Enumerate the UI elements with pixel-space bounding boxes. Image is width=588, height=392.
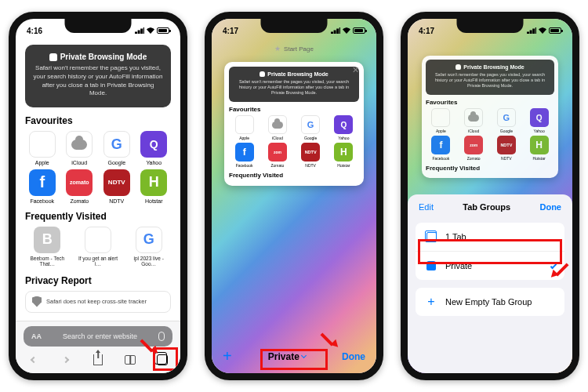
- wifi-icon: [147, 27, 154, 34]
- done-button[interactable]: Done: [539, 202, 561, 212]
- highlight-1tab-row: [418, 239, 562, 264]
- cloud-icon: [71, 140, 87, 150]
- privacy-report-heading: Privacy Report: [25, 275, 171, 286]
- wifi-icon: [343, 27, 350, 34]
- google-icon: G: [143, 231, 154, 248]
- yahoo-icon: Q: [530, 108, 549, 127]
- search-placeholder: Search or enter website: [48, 332, 152, 340]
- highlight-private-selector: [260, 349, 328, 370]
- battery-icon: [549, 27, 561, 34]
- tab-thumbnail-dimmed: Private Browsing Mode Safari won't remem…: [422, 56, 558, 178]
- favourite-facebook[interactable]: fFacebook: [25, 169, 60, 205]
- star-icon: ★: [274, 45, 281, 53]
- hotstar-icon: H: [530, 136, 549, 154]
- highlight-tabs-button: [153, 347, 178, 371]
- banner-description: Safari won't remember the pages you visi…: [33, 64, 163, 98]
- thumbnail-private-banner: Private Browsing Mode Safari won't remem…: [229, 67, 359, 102]
- hotstar-icon: H: [140, 169, 167, 196]
- zomato-icon: zom: [268, 143, 287, 162]
- hand-icon: [260, 71, 265, 77]
- favourite-yahoo[interactable]: QYahoo: [137, 131, 172, 166]
- text-size-icon[interactable]: AA: [31, 332, 42, 340]
- freq-google[interactable]: Gipl 2023 live - Goo…: [126, 227, 171, 267]
- share-icon: [93, 354, 103, 365]
- sheet-title: Tab Groups: [463, 202, 510, 212]
- back-button[interactable]: [27, 353, 41, 367]
- hand-icon: [456, 64, 461, 70]
- signal-icon: [331, 27, 340, 34]
- facebook-icon: f: [29, 169, 56, 196]
- phone-screen-3: 4:17 Private Browsing Mode Safari won't …: [401, 12, 579, 380]
- new-tab-button[interactable]: +: [223, 347, 232, 365]
- forward-button[interactable]: [59, 353, 73, 367]
- chevron-left-icon: [31, 357, 37, 363]
- frequently-visited-heading: Frequently Visited: [25, 211, 171, 222]
- zomato-icon: zom: [464, 136, 483, 154]
- favourite-zomato[interactable]: zomatoZomato: [63, 169, 97, 205]
- plus-icon: +: [427, 295, 434, 309]
- mic-icon[interactable]: [158, 332, 165, 341]
- freq-apple-support[interactable]: If you get an alert i…: [76, 227, 121, 267]
- freq-beebom[interactable]: BBeebom - Tech That…: [25, 227, 70, 267]
- close-tab-button[interactable]: ✕: [352, 65, 359, 75]
- status-time: 4:17: [223, 27, 238, 35]
- done-button[interactable]: Done: [342, 351, 365, 362]
- notch: [65, 19, 132, 33]
- favourite-hotstar[interactable]: HHotstar: [137, 169, 172, 205]
- bookmarks-button[interactable]: [123, 353, 137, 367]
- share-button[interactable]: [91, 353, 105, 367]
- facebook-icon: f: [235, 143, 254, 162]
- cloud-icon: [272, 122, 283, 129]
- signal-icon: [527, 27, 536, 34]
- ndtv-icon: NDTV: [497, 136, 516, 154]
- favourite-apple[interactable]: Apple: [25, 131, 60, 166]
- thumbnail-label: ★ Start Page: [212, 45, 376, 53]
- new-tab-group-section: + New Empty Tab Group: [416, 288, 564, 316]
- google-icon: G: [307, 120, 314, 129]
- privacy-report-row[interactable]: Safari does not keep cross-site tracker: [25, 291, 171, 313]
- book-icon: [125, 355, 136, 365]
- tab-thumbnail[interactable]: ✕ Private Browsing Mode Safari won't rem…: [224, 62, 364, 186]
- notch: [261, 19, 328, 33]
- favourites-grid: Apple iCloud GGoogle QYahoo fFacebook zo…: [25, 131, 171, 204]
- thumb-favourites-heading: Favourites: [229, 106, 359, 113]
- zomato-icon: zomato: [66, 169, 93, 196]
- new-tab-group-button[interactable]: + New Empty Tab Group: [416, 288, 564, 316]
- yahoo-icon: Q: [140, 131, 167, 158]
- site-icon: B: [34, 227, 60, 253]
- google-icon: G: [503, 113, 510, 122]
- yahoo-icon: Q: [334, 115, 353, 134]
- tab-groups-sheet: Edit Tab Groups Done 1 Tab Private: [408, 194, 572, 373]
- phone-screen-2: 4:17 ✕ Private Browsing Mode Safari won'…: [205, 12, 383, 380]
- phone-screen-1: 4:16 Private Browsing Mode Safari won't …: [9, 12, 187, 380]
- row-label: New Empty Tab Group: [445, 297, 532, 307]
- ndtv-icon: NDTV: [103, 169, 130, 196]
- hand-icon: [49, 53, 57, 61]
- favourite-google[interactable]: GGoogle: [100, 131, 134, 166]
- favourite-icloud[interactable]: iCloud: [63, 131, 97, 166]
- hotstar-icon: H: [334, 143, 353, 162]
- thumbnail-private-banner: Private Browsing Mode Safari won't remem…: [426, 60, 554, 95]
- chevron-right-icon: [63, 357, 69, 363]
- frequently-visited-grid: BBeebom - Tech That… If you get an alert…: [25, 227, 171, 267]
- edit-button[interactable]: Edit: [419, 202, 434, 212]
- shield-icon: [32, 296, 42, 307]
- private-browsing-banner: Private Browsing Mode Safari won't remem…: [25, 45, 171, 107]
- address-bar[interactable]: AA Search or enter website: [24, 326, 172, 347]
- favourites-heading: Favourites: [25, 115, 171, 126]
- status-time: 4:16: [27, 27, 42, 35]
- notch: [457, 19, 524, 33]
- status-time: 4:17: [419, 27, 434, 35]
- cloud-icon: [468, 114, 479, 122]
- google-icon: G: [111, 136, 122, 153]
- battery-icon: [353, 27, 365, 34]
- facebook-icon: f: [431, 136, 450, 154]
- wifi-icon: [539, 27, 546, 34]
- ndtv-icon: NDTV: [301, 143, 320, 162]
- favourite-ndtv[interactable]: NDTVNDTV: [100, 169, 134, 205]
- report-text: Safari does not keep cross-site tracker: [46, 298, 147, 305]
- signal-icon: [135, 27, 144, 34]
- thumb-freq-heading: Frequently Visited: [229, 172, 359, 179]
- battery-icon: [157, 27, 169, 34]
